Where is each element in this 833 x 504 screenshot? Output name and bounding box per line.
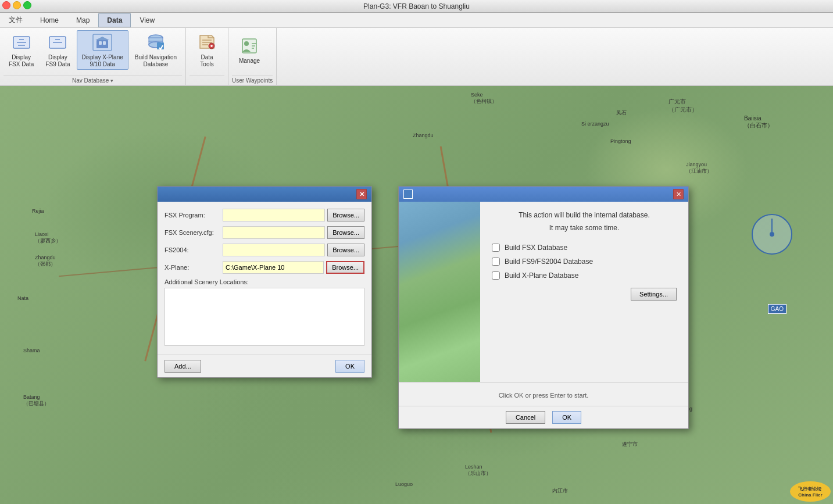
window-title: Plan-G3: VFR Baoan to Shuangliu (363, 2, 470, 10)
compass-ring (752, 214, 792, 255)
maximize-button[interactable] (23, 1, 31, 9)
map-label-rejia: Rejia (32, 208, 44, 214)
nav-db-close-button[interactable]: ✕ (356, 189, 367, 199)
fsx-program-input[interactable] (223, 209, 325, 221)
display-xplane-button[interactable]: Display X-Plane9/10 Data (77, 30, 128, 70)
fsx-program-browse-button[interactable]: Browse... (327, 209, 364, 221)
menu-data[interactable]: Data (98, 13, 131, 27)
build-confirm-dialog: ✕ This action will build the internal da… (398, 186, 689, 429)
map-label-neijiang: 内江市 (552, 487, 568, 495)
watermark-logo: 飞行者论坛China Flier (790, 481, 831, 502)
compass-arrow (771, 219, 773, 235)
display-fs9-button[interactable]: DisplayFS9 Data (40, 30, 75, 70)
display-fs9-icon (47, 32, 68, 53)
build-cancel-button[interactable]: Cancel (506, 411, 545, 424)
fsx-scenery-row: FSX Scenery.cfg: Browse... (165, 226, 364, 239)
svg-rect-5 (103, 41, 106, 45)
fsx-scenery-input[interactable] (223, 226, 325, 239)
display-fs9-label: DisplayFS9 Data (45, 54, 70, 68)
build-nav-db-button[interactable]: Build NavigationDatabase (130, 30, 182, 70)
nav-db-dialog-titlebar: ✕ (158, 187, 371, 202)
build-fsx-label: Build FSX Database (505, 244, 567, 252)
build-confirm-content: This action will build the internal data… (480, 202, 688, 382)
build-fsx-checkbox[interactable] (492, 244, 500, 252)
nav-database-group: DisplayFSX Data DisplayFS9 Data (0, 28, 186, 85)
nav-database-group-label: Nav Database ▾ (3, 76, 182, 85)
menu-view[interactable]: View (131, 13, 163, 27)
display-fsx-label: DisplayFSX Data (9, 54, 34, 68)
additional-scenery-label: Additional Scenery Locations: (165, 278, 364, 285)
gao-airport-marker: GAO (768, 304, 786, 314)
fs2004-label: FS2004: (165, 246, 223, 253)
map-label-luoguo: Luoguo (395, 481, 413, 487)
map-label-nata: Nata (17, 295, 28, 301)
svg-rect-4 (99, 41, 102, 45)
map-label-baiisia: Baiisia（白石市） (744, 115, 773, 130)
map-label-batang: Batang（巴塘县） (23, 394, 49, 408)
fsx-program-row: FSX Program: Browse... (165, 209, 364, 221)
build-confirm-close-button[interactable]: ✕ (673, 189, 684, 199)
user-waypoints-group-label: User Waypoints (232, 76, 273, 85)
display-fsx-icon (11, 32, 32, 53)
fsx-scenery-label: FSX Scenery.cfg: (165, 229, 223, 236)
build-confirm-body: This action will build the internal data… (399, 202, 688, 382)
display-xplane-label: Display X-Plane9/10 Data (82, 54, 123, 68)
manage-button[interactable]: Manage (232, 30, 267, 70)
settings-button[interactable]: Settings... (631, 288, 677, 301)
nav-db-ok-button[interactable]: OK (335, 360, 364, 373)
close-button[interactable] (2, 1, 10, 9)
xplane-row: X-Plane: Browse... (165, 261, 364, 274)
window-controls[interactable] (2, 1, 31, 9)
build-confirm-image-inner (399, 202, 480, 382)
menu-home[interactable]: Home (31, 13, 67, 27)
menu-map[interactable]: Map (67, 13, 98, 27)
map-label-jiangyou: Jiangyou（江油市） (686, 162, 712, 175)
build-ok-button[interactable]: OK (552, 411, 581, 424)
build-confirm-footer-text: Click OK or press Enter to start. (408, 392, 679, 399)
xplane-browse-button[interactable]: Browse... (326, 261, 364, 274)
fs2004-browse-button[interactable]: Browse... (327, 244, 364, 256)
map-label-zhangdu2: Zhangdu（张都） (35, 255, 56, 268)
watermark: 飞行者论坛China Flier (790, 481, 831, 502)
build-xplane-row: Build X-Plane Database (492, 271, 677, 280)
additional-scenery-textarea[interactable] (165, 288, 364, 346)
user-waypoints-buttons: Manage (232, 30, 267, 76)
title-bar: Plan-G3: VFR Baoan to Shuangliu (0, 0, 833, 13)
build-confirm-image (399, 202, 480, 382)
build-confirm-message-1: This action will build the internal data… (492, 211, 677, 219)
minimize-button[interactable] (13, 1, 21, 9)
nav-database-expand-icon[interactable]: ▾ (110, 78, 113, 84)
svg-point-13 (244, 41, 249, 46)
svg-rect-3 (96, 40, 108, 48)
data-tools-group: DataTools (186, 28, 228, 85)
build-fs9-checkbox[interactable] (492, 258, 500, 266)
map-label-shama: Shama (23, 348, 40, 353)
fs2004-row: FS2004: Browse... (165, 244, 364, 256)
build-xplane-checkbox[interactable] (492, 271, 500, 280)
nav-db-dialog-body: FSX Program: Browse... FSX Scenery.cfg: … (158, 202, 371, 355)
build-nav-db-label: Build NavigationDatabase (135, 54, 177, 68)
manage-icon (239, 35, 260, 56)
data-tools-button[interactable]: DataTools (190, 30, 224, 70)
manage-label: Manage (239, 58, 260, 65)
build-confirm-message-2: It may take some time. (492, 224, 677, 232)
fs2004-input[interactable] (223, 244, 325, 256)
build-fs9-label: Build FS9/FS2004 Database (505, 258, 593, 266)
xplane-input[interactable] (223, 261, 324, 274)
nav-db-dialog: ✕ FSX Program: Browse... FSX Scenery.cfg… (157, 186, 372, 378)
map-label-leshan: Leshan（乐山市） (465, 464, 491, 477)
menu-file[interactable]: 文件 (0, 12, 31, 28)
fsx-scenery-browse-button[interactable]: Browse... (327, 226, 364, 239)
add-button[interactable]: Add... (165, 360, 201, 373)
ribbon: DisplayFSX Data DisplayFS9 Data (0, 28, 833, 86)
data-tools-icon (196, 32, 217, 53)
map-label-pingtong: Pingtong (610, 138, 631, 144)
nav-database-buttons: DisplayFSX Data DisplayFS9 Data (3, 30, 182, 76)
svg-rect-7 (149, 38, 163, 41)
build-confirm-footer-text-row: Click OK or press Enter to start. (399, 382, 688, 406)
display-xplane-icon (92, 32, 113, 53)
nav-db-dialog-footer: Add... OK (158, 355, 371, 377)
data-tools-group-label (190, 76, 224, 85)
data-tools-label: DataTools (200, 54, 213, 68)
display-fsx-button[interactable]: DisplayFSX Data (3, 30, 39, 70)
